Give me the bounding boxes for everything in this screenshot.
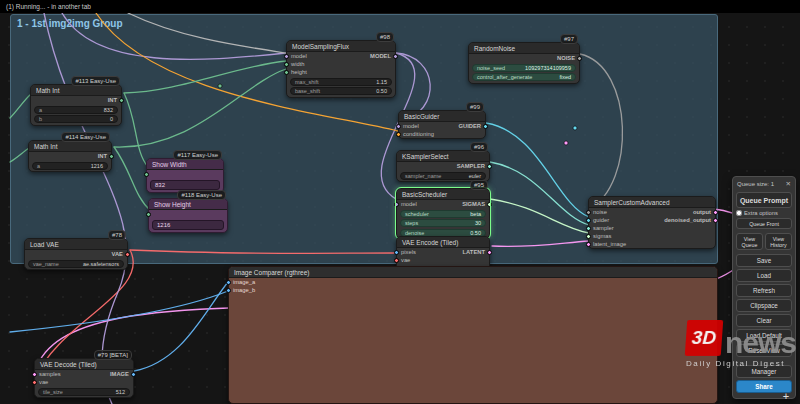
output-socket[interactable] bbox=[713, 210, 718, 215]
output-socket[interactable] bbox=[125, 252, 130, 257]
width-input-socket[interactable] bbox=[284, 62, 289, 67]
noise-input-socket[interactable] bbox=[586, 210, 591, 215]
view-queue-button[interactable]: View Queue bbox=[736, 233, 763, 250]
widget-control-after-generate[interactable]: control_after_generatefixed bbox=[472, 73, 576, 81]
comparer-preview-area[interactable] bbox=[229, 297, 717, 403]
extra-options-label: Extra options bbox=[744, 210, 778, 216]
queue-front-button[interactable]: Queue Front bbox=[736, 218, 792, 229]
denoised-output-label: denoised_output bbox=[664, 217, 711, 223]
widget-sampler-name[interactable]: sampler_nameeuler bbox=[400, 172, 486, 180]
view-history-button[interactable]: View History bbox=[765, 233, 792, 250]
sigmas-input-socket[interactable] bbox=[586, 234, 591, 239]
node-title: RandomNoise bbox=[469, 43, 579, 54]
sampler-output-socket[interactable] bbox=[487, 164, 492, 169]
close-icon[interactable]: ✕ bbox=[786, 180, 791, 188]
node-basic-scheduler[interactable]: #95 BasicScheduler model SIGMAS schedule… bbox=[396, 188, 490, 239]
node-title: KSamplerSelect bbox=[397, 151, 489, 162]
node-title: Show Height bbox=[149, 199, 227, 210]
node-id-badge: #95 bbox=[470, 180, 488, 190]
denoised-output-socket[interactable] bbox=[713, 218, 718, 223]
node-id-badge: #97 bbox=[560, 34, 578, 44]
node-title: VAE Encode (Tiled) bbox=[397, 237, 489, 248]
vae-input-socket[interactable] bbox=[32, 380, 37, 385]
widget-noise-seed[interactable]: noise_seed109297314109959 bbox=[472, 64, 576, 72]
save-button[interactable]: Save bbox=[736, 254, 792, 267]
output-socket[interactable] bbox=[119, 98, 124, 103]
node-show-width[interactable]: #117 Easy-Use Show Width 832 bbox=[146, 158, 224, 193]
node-load-vae[interactable]: #78 Load VAE VAE vae_nameae.safetensors bbox=[24, 238, 128, 270]
clipspace-button[interactable]: Clipspace bbox=[736, 299, 792, 312]
queue-prompt-button[interactable]: Queue Prompt bbox=[736, 192, 792, 208]
node-image-comparer[interactable]: Image Comparer (rgthree) image_a image_b bbox=[228, 266, 718, 404]
node-math-int-a[interactable]: #113 Easy-Use Math Int INT a832 b0 bbox=[30, 84, 122, 126]
widget-a[interactable]: a1216 bbox=[32, 162, 108, 170]
output-label: SAMPLER bbox=[457, 163, 485, 169]
load-button[interactable]: Load bbox=[736, 269, 792, 282]
input-socket[interactable] bbox=[144, 172, 149, 177]
queue-size-label: Queue size: 1 bbox=[737, 181, 774, 187]
node-random-noise[interactable]: #97 RandomNoise NOISE noise_seed10929731… bbox=[468, 42, 580, 84]
conditioning-input-socket[interactable] bbox=[396, 132, 401, 137]
image-output-socket[interactable] bbox=[131, 372, 136, 377]
output-label: INT bbox=[98, 153, 107, 159]
widget-tile-size[interactable]: tile_size512 bbox=[38, 388, 130, 396]
model-input-socket[interactable] bbox=[284, 54, 289, 59]
widget-base-shift[interactable]: base_shift0.50 bbox=[290, 87, 392, 95]
node-id-badge: #99 bbox=[466, 102, 484, 112]
node-title: VAE Decode (Tiled) bbox=[35, 359, 133, 370]
widget-a[interactable]: a832 bbox=[34, 106, 118, 114]
comfyui-canvas[interactable]: (1) Running... - in another tab 1 - 1st … bbox=[0, 0, 800, 404]
node-sampler-custom-advanced[interactable]: SamplerCustomAdvanced noise output guide… bbox=[588, 196, 716, 249]
extra-options-checkbox[interactable] bbox=[736, 210, 742, 216]
image-a-input-socket[interactable] bbox=[226, 280, 231, 285]
image-b-input-socket[interactable] bbox=[226, 288, 231, 293]
pixels-input-socket[interactable] bbox=[394, 250, 399, 255]
node-id-badge: #98 bbox=[376, 32, 394, 42]
node-title: SamplerCustomAdvanced bbox=[589, 197, 715, 208]
model-input-socket[interactable] bbox=[396, 124, 401, 129]
node-id-badge: #114 Easy-Use bbox=[61, 132, 110, 142]
node-show-height[interactable]: #118 Easy-Use Show Height 1216 bbox=[148, 198, 228, 233]
output-label: IMAGE bbox=[110, 371, 129, 377]
input-socket[interactable] bbox=[146, 212, 151, 217]
node-title: BasicScheduler bbox=[397, 189, 489, 200]
latent-output-socket[interactable] bbox=[487, 250, 492, 255]
node-id-badge: #78 bbox=[108, 230, 126, 240]
guider-input-socket[interactable] bbox=[586, 218, 591, 223]
3dnews-logo-icon: 3D bbox=[685, 320, 724, 356]
node-math-int-b[interactable]: #114 Easy-Use Math Int INT a1216 bbox=[28, 140, 112, 172]
3dnews-tagline: Daily Digital Digest bbox=[686, 359, 796, 368]
height-input-socket[interactable] bbox=[284, 70, 289, 75]
refresh-button[interactable]: Refresh bbox=[736, 284, 792, 297]
output-label: MODEL bbox=[370, 53, 391, 59]
tab-title: (1) Running... - in another tab bbox=[6, 3, 91, 10]
output-label: GUIDER bbox=[458, 123, 481, 129]
node-ksampler-select[interactable]: #96 KSamplerSelect SAMPLER sampler_namee… bbox=[396, 150, 490, 182]
guider-output-socket[interactable] bbox=[483, 124, 488, 129]
model-output-socket[interactable] bbox=[393, 54, 398, 59]
node-model-sampling-flux[interactable]: #98 ModelSamplingFlux model MODEL width … bbox=[286, 40, 396, 98]
sigmas-output-socket[interactable] bbox=[487, 202, 492, 207]
node-id-badge: #118 Easy-Use bbox=[177, 190, 226, 200]
node-title: Load VAE bbox=[25, 239, 127, 250]
sampler-input-socket[interactable] bbox=[586, 226, 591, 231]
output-socket[interactable] bbox=[109, 154, 114, 159]
add-button[interactable]: + bbox=[780, 390, 792, 402]
latent-image-input-socket[interactable] bbox=[586, 242, 591, 247]
widget-steps[interactable]: steps30 bbox=[400, 219, 486, 227]
node-title: Math Int bbox=[31, 85, 121, 96]
output-label: VAE bbox=[112, 251, 124, 257]
output-label: LATENT bbox=[463, 249, 485, 255]
vae-input-socket[interactable] bbox=[394, 258, 399, 263]
model-input-socket[interactable] bbox=[394, 202, 399, 207]
widget-scheduler[interactable]: schedulerbeta bbox=[400, 210, 486, 218]
node-basic-guider[interactable]: #99 BasicGuider model GUIDER conditionin… bbox=[398, 110, 486, 139]
widget-vae-name[interactable]: vae_nameae.safetensors bbox=[28, 260, 124, 268]
samples-input-socket[interactable] bbox=[32, 372, 37, 377]
noise-output-socket[interactable] bbox=[577, 56, 582, 61]
node-title: Image Comparer (rgthree) bbox=[229, 267, 717, 278]
widget-max-shift[interactable]: max_shift1.15 bbox=[290, 78, 392, 86]
3dnews-watermark: 3D news Daily Digital Digest bbox=[686, 320, 796, 368]
widget-b[interactable]: b0 bbox=[34, 115, 118, 123]
node-vae-decode-tiled[interactable]: #79 [BETA] VAE Decode (Tiled) samples IM… bbox=[34, 358, 134, 398]
